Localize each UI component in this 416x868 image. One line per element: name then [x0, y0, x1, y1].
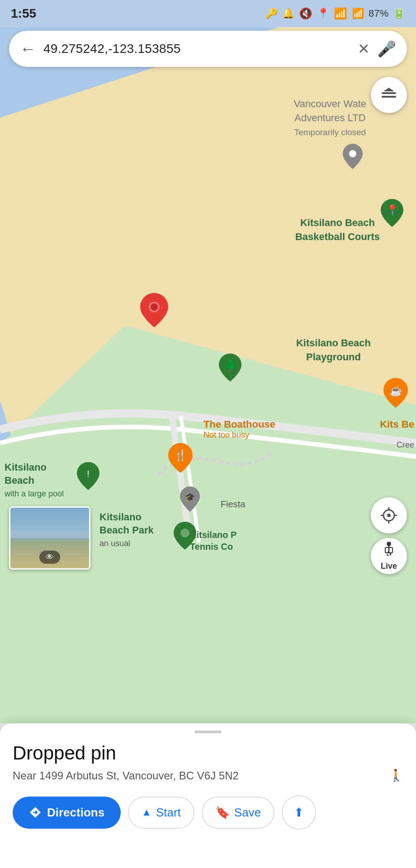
gray-pin-fiesta[interactable]: 🎓 — [180, 486, 200, 514]
action-buttons: Directions ▲ Start 🔖 Save ⬆ — [13, 795, 403, 830]
start-icon: ▲ — [142, 807, 151, 818]
eye-icon: 👁 — [46, 552, 54, 562]
mute-icon: 🔇 — [299, 7, 312, 20]
svg-rect-11 — [382, 96, 396, 98]
status-icons: 🔑 🔔 🔇 📍 📶 📶 87% 🔋 — [265, 7, 405, 20]
sheet-handle — [194, 731, 222, 733]
start-button[interactable]: ▲ Start — [128, 797, 194, 829]
red-pin[interactable] — [140, 293, 168, 329]
tennis-label: Kitsilano PTennis Co — [190, 529, 236, 552]
back-button[interactable]: ← — [20, 39, 36, 58]
battery-icon: 🔋 — [393, 8, 405, 19]
bottom-sheet: Dropped pin Near 1499 Arbutus St, Vancou… — [0, 723, 416, 868]
svg-text:📍: 📍 — [386, 204, 399, 216]
share-icon: ⬆ — [294, 806, 304, 820]
walk-icon: 🚶 — [389, 769, 403, 783]
location-status-icon: 📍 — [317, 8, 329, 19]
save-label: Save — [234, 806, 261, 820]
cree-label: Cree — [397, 440, 414, 450]
green-pin-basketball[interactable]: 📍 — [381, 199, 403, 229]
svg-marker-12 — [383, 88, 394, 91]
notification-icon: 🔑 — [265, 8, 278, 19]
boathouse-label: The Boathouse Not too busy — [203, 419, 275, 440]
location-button[interactable] — [371, 497, 407, 533]
gray-pin-vwa[interactable] — [343, 144, 363, 171]
wifi-icon: 📶 — [334, 7, 347, 20]
basketball-label: Kitsilano BeachBasketball Courts — [295, 216, 380, 244]
svg-text:🎓: 🎓 — [185, 492, 195, 502]
green-pin-playground[interactable]: 🌲 — [219, 354, 241, 383]
svg-text:🌲: 🌲 — [224, 359, 237, 371]
street-view-thumbnail[interactable]: 👁 — [9, 506, 90, 570]
layer-switcher-button[interactable] — [371, 77, 407, 113]
svg-rect-19 — [387, 542, 391, 546]
directions-button[interactable]: Directions — [13, 797, 121, 829]
kitsilano-park-label: KitsilanoBeach Parkan usual — [99, 511, 154, 550]
svg-text:☕: ☕ — [390, 385, 402, 397]
clear-button[interactable]: ✕ — [358, 40, 370, 57]
start-label: Start — [156, 806, 181, 820]
kitsilano-beach-label: KitsilanoBeachwith a large pool — [5, 461, 64, 500]
orange-pin-coffee[interactable]: ☕ — [383, 378, 408, 410]
vwa-name: Vancouver WateAdventures LTD — [294, 98, 366, 123]
vwa-label: Vancouver WateAdventures LTD Temporarily… — [294, 97, 366, 139]
svg-point-9 — [180, 528, 189, 538]
signal-icon: 📶 — [352, 8, 364, 19]
green-pin-tennis[interactable] — [174, 522, 196, 552]
svg-text:!: ! — [87, 469, 90, 479]
share-button[interactable]: ⬆ — [282, 795, 316, 830]
live-icon — [381, 541, 397, 561]
bell-icon: 🔔 — [282, 8, 294, 19]
svg-text:🍴: 🍴 — [174, 448, 187, 462]
live-button[interactable]: Live — [371, 538, 407, 574]
kitsbe-label: Kits Be — [380, 419, 414, 430]
thumbnail-eye-overlay: 👁 — [39, 551, 60, 564]
search-input[interactable]: 49.275242,-123.153855 — [43, 42, 350, 56]
playground-label: Kitsilano BeachPlayground — [296, 336, 371, 364]
green-pin-kitsilano-beach[interactable]: ! — [77, 462, 99, 492]
status-bar: 1:55 🔑 🔔 🔇 📍 📶 📶 87% 🔋 — [0, 0, 416, 27]
dropped-pin-title: Dropped pin — [13, 742, 403, 764]
directions-icon — [29, 806, 42, 819]
fiesta-label: Fiesta — [221, 499, 245, 509]
svg-rect-10 — [382, 92, 396, 94]
svg-point-14 — [387, 514, 391, 517]
directions-label: Directions — [47, 806, 104, 820]
status-time: 1:55 — [11, 6, 36, 21]
bookmark-icon: 🔖 — [215, 806, 230, 820]
battery-text: 87% — [369, 8, 388, 19]
orange-pin-boathouse[interactable]: 🍴 — [168, 443, 193, 475]
mic-button[interactable]: 🎤 — [377, 40, 396, 58]
live-label: Live — [381, 561, 397, 571]
address-text: Near 1499 Arbutus St, Vancouver, BC V6J … — [13, 769, 384, 782]
search-bar[interactable]: ← 49.275242,-123.153855 ✕ 🎤 — [9, 31, 407, 67]
save-button[interactable]: 🔖 Save — [202, 797, 274, 829]
address-row: Near 1499 Arbutus St, Vancouver, BC V6J … — [13, 769, 403, 783]
svg-point-1 — [151, 303, 158, 311]
map-area[interactable]: Vancouver WateAdventures LTD Temporarily… — [0, 0, 416, 723]
svg-point-3 — [349, 150, 356, 157]
vwa-status: Temporarily closed — [294, 127, 366, 137]
